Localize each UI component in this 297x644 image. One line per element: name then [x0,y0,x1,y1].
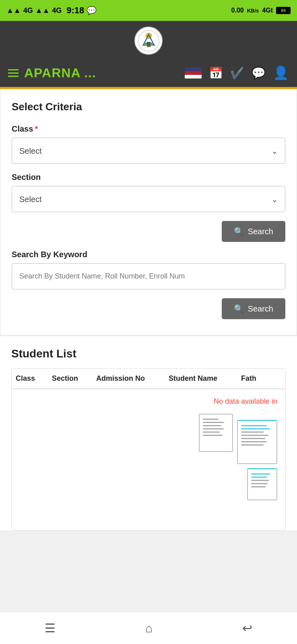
section-form-group: Section Select ⌄ [12,173,285,212]
student-list-section: Student List Class Section Admission No … [0,336,297,530]
class-select[interactable]: Select [12,138,285,164]
whatsapp-icon: 💬 [87,6,97,15]
hamburger-menu[interactable] [8,69,19,77]
time-display: 9:18 [66,5,84,16]
col-header-name: Student Name [169,374,241,383]
svg-rect-2 [147,42,151,47]
app-title: APARNA ... [24,66,96,80]
whatsapp-header-icon[interactable]: 💬 [252,66,266,80]
search-button-2[interactable]: 🔍 Search [222,298,285,319]
keyword-input[interactable] [12,263,285,289]
col-header-admission: Admission No [96,374,169,383]
bottom-back-icon[interactable]: ↩ [242,621,252,635]
col-header-father: Fath [241,374,281,383]
main-content-card: Select Criteria Class * Select ⌄ Section… [0,89,297,336]
empty-doc-icon-1 [199,414,233,452]
table-header: Class Section Admission No Student Name … [12,369,285,389]
profile-icon[interactable]: 👤 [273,65,289,80]
network-type-1: 4G [23,6,33,15]
search-icon-1: 🔍 [234,227,244,236]
logo-svg [138,30,160,52]
signal-icon-2: ▲▲ [35,6,50,15]
signal-icon: ▲▲ [6,6,21,15]
empty-state-illustration-2 [247,468,281,502]
class-form-group: Class * Select ⌄ [12,124,285,164]
section-select[interactable]: Select [12,186,285,212]
empty-doc-icon-2 [237,420,277,464]
keyword-label: Search By Keyword [12,250,285,259]
bottom-menu-icon[interactable]: ☰ [45,621,56,635]
status-bar: ▲▲ 4G ▲▲ 4G 9:18 💬 0.00 KB/s 4Gt 84 [0,0,297,21]
table-body: No data available in [12,389,285,530]
checkmark-icon[interactable]: ✔️ [230,66,244,80]
battery-indicator: 84 [276,7,291,14]
status-bar-left: ▲▲ 4G ▲▲ 4G 9:18 💬 [6,5,97,16]
search-button-1[interactable]: 🔍 Search [222,221,285,242]
keyword-form-group: Search By Keyword [12,250,285,289]
col-header-class: Class [16,374,52,383]
select-criteria-title: Select Criteria [12,101,285,113]
logo-bar [0,21,297,60]
required-star: * [35,124,38,134]
app-header: APARNA ... 📅 ✔️ 💬 👤 [0,60,297,87]
student-table: Class Section Admission No Student Name … [11,368,286,530]
no-data-message: No data available in [16,393,281,406]
class-select-wrapper: Select ⌄ [12,138,285,164]
search-icon-2: 🔍 [234,304,244,314]
status-bar-right: 0.00 KB/s 4Gt 84 [231,7,291,14]
bottom-navigation: ☰ ⌂ ↩ [0,612,297,644]
search-row-1: 🔍 Search [12,221,285,242]
student-list-title: Student List [11,347,286,360]
network-type-2: 4G [52,6,62,15]
network-type-3: 4Gt [262,7,273,14]
flag-icon[interactable] [185,67,202,78]
col-header-section: Section [52,374,96,383]
school-logo [134,27,163,55]
data-unit: KB/s [247,8,259,14]
section-label: Section [12,173,285,182]
section-select-wrapper: Select ⌄ [12,186,285,212]
calendar-icon[interactable]: 📅 [209,66,223,80]
search-row-2: 🔍 Search [12,298,285,319]
empty-doc-icon-3 [247,468,277,500]
empty-state-illustration [199,414,281,464]
bottom-home-icon[interactable]: ⌂ [145,621,153,635]
class-label: Class * [12,124,285,134]
data-speed: 0.00 [231,7,244,14]
